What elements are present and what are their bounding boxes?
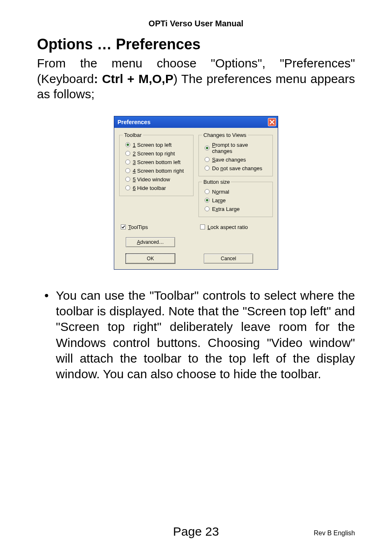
size-opt-large[interactable]: Large bbox=[202, 196, 269, 205]
radio-icon bbox=[125, 168, 130, 173]
button-size-legend: Button size bbox=[202, 179, 231, 185]
toolbar-opt-1[interactable]: 1 Screen top left bbox=[123, 141, 190, 149]
changes-group: Changes to Views Prompt to save changes … bbox=[198, 132, 273, 176]
ok-button[interactable]: OK bbox=[126, 254, 175, 264]
page-header: OPTi Verso User Manual bbox=[37, 19, 355, 28]
bullet-marker: • bbox=[44, 288, 56, 382]
radio-icon bbox=[125, 185, 130, 190]
changes-opt-donot[interactable]: Do not save changes bbox=[202, 164, 269, 173]
toolbar-opt-5[interactable]: 5 Video window bbox=[123, 175, 190, 184]
toolbar-opt-4[interactable]: 4 Screen bottom right bbox=[123, 166, 190, 175]
lock-aspect-checkbox[interactable]: Lock aspect ratio bbox=[198, 223, 273, 231]
radio-icon bbox=[125, 160, 130, 164]
size-opt-normal[interactable]: Normal bbox=[202, 187, 269, 196]
revision-label: Rev B English bbox=[314, 530, 355, 537]
dialog-titlebar: Preferences bbox=[114, 116, 278, 128]
radio-icon bbox=[205, 189, 210, 194]
tooltips-checkbox[interactable]: ToolTips bbox=[119, 223, 194, 231]
intro-shortcut: : Ctrl + M,O,P bbox=[94, 72, 173, 86]
radio-icon bbox=[205, 157, 210, 162]
radio-icon bbox=[205, 206, 210, 211]
radio-icon bbox=[125, 151, 130, 156]
changes-opt-save[interactable]: Save changes bbox=[202, 155, 269, 164]
radio-icon bbox=[205, 166, 210, 171]
button-size-group: Button size Normal Large Extra Large bbox=[198, 179, 273, 217]
toolbar-legend: Toolbar bbox=[123, 132, 143, 138]
radio-icon bbox=[125, 142, 130, 147]
page-number: Page 23 bbox=[173, 525, 219, 539]
dialog-title: Preferences bbox=[118, 119, 150, 125]
size-opt-xlarge[interactable]: Extra Large bbox=[202, 205, 269, 213]
bullet-paragraph: You can use the "Toolbar" controls to se… bbox=[56, 288, 355, 382]
section-title: Options … Preferences bbox=[37, 36, 355, 53]
checkbox-icon bbox=[200, 224, 205, 229]
cancel-button[interactable]: Cancel bbox=[204, 254, 253, 264]
radio-icon bbox=[205, 198, 210, 203]
radio-icon bbox=[205, 146, 210, 150]
toolbar-opt-2[interactable]: 2 Screen top right bbox=[123, 149, 190, 158]
radio-icon bbox=[125, 177, 130, 182]
intro-paragraph: From the menu choose "Options", "Prefere… bbox=[37, 56, 355, 102]
preferences-dialog: Preferences Toolbar 1 Screen top left 2 … bbox=[114, 116, 278, 270]
close-icon[interactable] bbox=[268, 118, 276, 126]
advanced-button[interactable]: Advanced… bbox=[126, 237, 175, 247]
toolbar-opt-6[interactable]: 6 Hide toolbar bbox=[123, 184, 190, 192]
changes-opt-prompt[interactable]: Prompt to save changes bbox=[202, 141, 269, 155]
checkbox-icon bbox=[121, 224, 126, 229]
changes-legend: Changes to Views bbox=[202, 132, 248, 138]
toolbar-opt-3[interactable]: 3 Screen bottom left bbox=[123, 158, 190, 166]
toolbar-group: Toolbar 1 Screen top left 2 Screen top r… bbox=[119, 132, 194, 196]
